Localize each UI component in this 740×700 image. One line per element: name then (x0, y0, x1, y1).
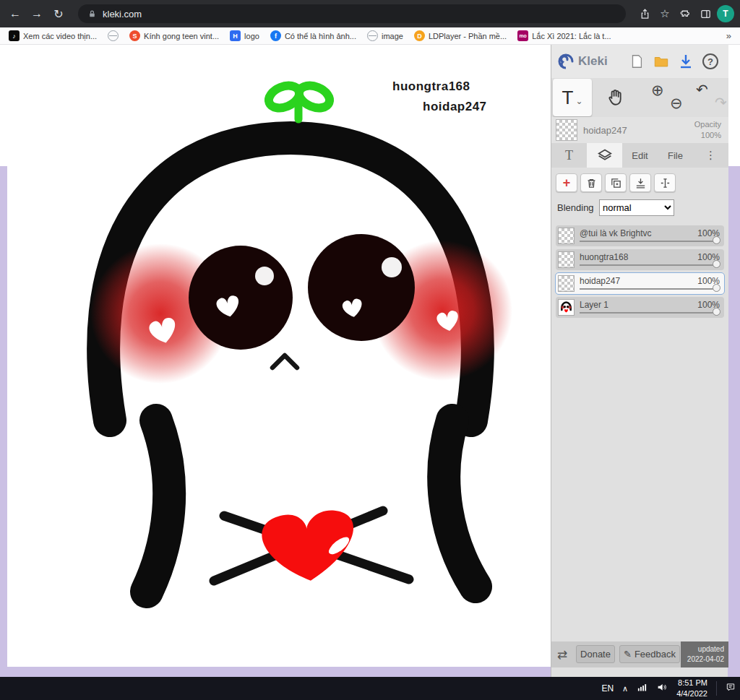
layer-thumbnail (558, 251, 575, 268)
opacity-slider-knob[interactable] (713, 260, 720, 268)
blending-label: Blending (557, 202, 594, 213)
merge-down-icon (634, 177, 647, 189)
lock-icon (87, 9, 97, 19)
blending-select[interactable]: normal (599, 199, 674, 216)
volume-icon[interactable] (656, 682, 668, 695)
tab-edit[interactable]: Edit (622, 143, 658, 168)
panel-tabs: T Edit File ⋮ (551, 143, 728, 168)
split-window-icon[interactable] (697, 5, 714, 22)
text-tool-button[interactable]: T ⌄ (553, 79, 592, 116)
layer-thumbnail (558, 275, 575, 292)
rename-layer-button[interactable] (654, 173, 676, 192)
left-eye-highlight (255, 267, 274, 285)
bookmarks-overflow-chevron[interactable]: » (726, 30, 731, 41)
red-heart (260, 508, 358, 585)
current-layer-bar[interactable]: hoidap247 Opacity 100% (551, 117, 728, 143)
layers-icon (598, 148, 612, 163)
opacity-slider-knob[interactable] (713, 308, 720, 316)
bookmark-globe[interactable] (108, 30, 119, 41)
bookmarks-bar: ♪ Xem các video thịn... S Kính gong teen… (0, 27, 740, 45)
right-arm (444, 420, 476, 587)
hand-tool-button[interactable] (606, 88, 625, 109)
feedback-button[interactable]: ✎ Feedback (619, 645, 680, 663)
right-eye (308, 234, 415, 341)
rename-icon (659, 177, 671, 189)
bookmark-facebook[interactable]: f Có thể là hình ảnh... (270, 30, 356, 41)
updated-badge: updated 2022-04-02 (681, 641, 728, 667)
tab-file[interactable]: File (658, 143, 693, 168)
bookmark-tiktok[interactable]: ♪ Xem các video thịn... (9, 30, 97, 41)
opacity-slider-knob[interactable] (713, 236, 720, 244)
h-logo-icon: H (230, 30, 241, 41)
bookmark-momo[interactable]: mo Lắc Xì 2021: Lắc là t... (517, 30, 611, 41)
opacity-slider-knob[interactable] (713, 284, 720, 292)
tab-layers[interactable] (587, 143, 622, 168)
current-layer-thumbnail (556, 119, 577, 141)
reload-button[interactable]: ↻ (49, 7, 68, 21)
bookmark-star-icon[interactable]: ☆ (656, 5, 674, 22)
back-button[interactable]: ← (6, 7, 25, 20)
opacity-slider[interactable] (580, 288, 717, 290)
bookmark-shopee[interactable]: S Kính gong teen vint... (129, 30, 219, 41)
globe-icon (108, 30, 119, 41)
shopee-icon: S (129, 30, 140, 41)
sidebar-footer: ⇄ Donate ✎ Feedback updated 2022-04-02 (551, 641, 728, 667)
zoom-in-button[interactable]: ⊕ (651, 82, 664, 98)
layer-row-huongtra168[interactable]: huongtra168 100% (556, 249, 724, 270)
current-layer-opacity: Opacity 100% (694, 119, 721, 141)
extensions-icon[interactable] (676, 5, 694, 22)
browser-toolbar: ← → ↻ kleki.com ☆ T (0, 0, 740, 27)
profile-avatar[interactable]: T (717, 5, 734, 22)
layer-row-hoidap247[interactable]: hoidap247 100% (556, 273, 724, 294)
current-layer-name: hoidap247 (583, 125, 627, 136)
address-bar[interactable]: kleki.com (78, 4, 626, 23)
donate-button[interactable]: Donate (576, 645, 615, 663)
layer-row-layer1[interactable]: Layer 1 100% (556, 297, 724, 318)
desktop: ← → ↻ kleki.com ☆ T ♪ Xem các video thịn… (0, 0, 740, 700)
layer-thumbnail (558, 299, 575, 316)
opacity-slider[interactable] (580, 264, 717, 266)
undo-button[interactable]: ↶ (696, 82, 708, 97)
bookmark-ldplayer[interactable]: D LDPlayer - Phần mề... (414, 30, 507, 41)
delete-layer-button[interactable] (580, 173, 602, 192)
help-button[interactable]: ? (698, 49, 723, 74)
forward-button[interactable]: → (27, 7, 46, 20)
drawing-canvas[interactable]: huongtra168 hoidap247 (7, 45, 551, 667)
tray-expand-icon[interactable]: ∧ (622, 684, 628, 693)
bookmark-logo[interactable]: H logo (230, 30, 259, 41)
new-image-button[interactable] (624, 49, 649, 74)
right-eye-highlight (382, 257, 402, 277)
bookmark-image[interactable]: image (367, 30, 403, 41)
tool-row: T ⌄ ⊕ ⊖ ↶ ↷ (551, 78, 728, 117)
action-center-icon[interactable] (726, 682, 736, 695)
merge-layer-button[interactable] (629, 173, 651, 192)
open-file-button[interactable] (649, 49, 674, 74)
facebook-icon: f (270, 30, 281, 41)
network-icon[interactable] (637, 682, 648, 695)
sidebar-header: Kleki ? (551, 45, 728, 78)
opacity-slider[interactable] (580, 241, 717, 242)
share-icon[interactable] (636, 5, 653, 22)
url-text: kleki.com (103, 9, 142, 20)
tiktok-icon: ♪ (9, 30, 20, 41)
redo-button[interactable]: ↷ (715, 95, 727, 110)
kleki-logo-icon (557, 53, 575, 70)
kleki-brand: Kleki (557, 53, 608, 70)
globe-icon (367, 30, 378, 41)
zoom-out-button[interactable]: ⊖ (670, 95, 683, 111)
taskbar: EN ∧ 8:51 PM 4/4/2022 (0, 677, 740, 700)
layer-row-brightvc[interactable]: @tui là vk Brightvc 100% (556, 225, 724, 246)
duplicate-layer-button[interactable] (605, 173, 627, 192)
tab-more[interactable]: ⋮ (693, 143, 728, 168)
panda-drawing (7, 45, 551, 667)
add-layer-button[interactable]: + (556, 173, 577, 192)
language-indicator[interactable]: EN (601, 683, 614, 693)
opacity-slider[interactable] (580, 312, 717, 314)
clock[interactable]: 8:51 PM 4/4/2022 (676, 678, 707, 699)
left-eye (189, 246, 293, 350)
swap-icon[interactable]: ⇄ (557, 647, 567, 662)
download-button[interactable] (674, 49, 698, 74)
mouth (272, 355, 297, 368)
momo-icon: mo (517, 30, 528, 41)
tab-text[interactable]: T (551, 143, 587, 168)
